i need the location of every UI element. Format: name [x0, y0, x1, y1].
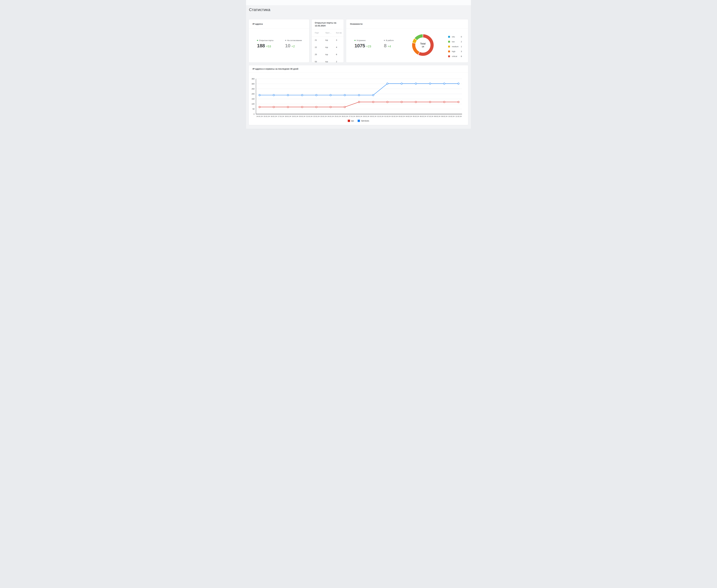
svg-text:250: 250	[252, 88, 255, 90]
open-ports-stat-label: Открытые порты	[257, 39, 274, 41]
svg-text:11.02.24: 11.02.24	[455, 115, 462, 117]
column-header-count: Кол-во	[336, 32, 342, 34]
svg-text:20.01.24: 20.01.24	[299, 115, 305, 117]
medium-swatch-icon	[448, 46, 450, 47]
vulnerabilities-card: Уязвимости Устранено 1075 +23	[346, 19, 468, 63]
svg-text:18.01.24: 18.01.24	[285, 115, 291, 117]
statistics-page: Статистика IP-адреса Открытые порты 188 …	[246, 0, 471, 131]
svg-text:30.01.24: 30.01.24	[370, 115, 376, 117]
table-row: 25 tcp 6	[312, 51, 344, 58]
high-swatch-icon	[448, 50, 450, 52]
legend-item-info[interactable]: info 0	[448, 34, 462, 39]
trend-chart-card-header: IP-адреса и сервисы за последние 30 дней	[249, 65, 468, 72]
low-swatch-icon	[448, 41, 450, 43]
vulnerabilities-card-header: Уязвимости	[346, 19, 468, 29]
page-bottom-strip	[246, 129, 471, 131]
svg-text:08.02.24: 08.02.24	[434, 115, 440, 117]
ip-card-body: Открытые порты 188 +53 На согласовании 1…	[249, 29, 309, 63]
line-chart: 05010015020025030035014.01.2415.01.2416.…	[249, 72, 467, 118]
svg-text:0: 0	[254, 113, 255, 115]
fixed-stat: Устранено 1075 +23	[354, 39, 371, 48]
critical-swatch-icon	[448, 56, 450, 57]
pending-approval-stat-label: На согласовании	[285, 39, 302, 41]
column-header-port: Порт	[315, 32, 325, 34]
trend-chart-title: IP-адреса и сервисы за последние 30 дней	[253, 67, 299, 70]
line-chart-legend: Ips Services	[249, 120, 468, 122]
fixed-delta: +23	[366, 45, 371, 48]
donut-center-label: Total 14	[412, 34, 434, 56]
open-ports-table: Порт Прот… Кол-во 21 tcp 3 22 tcp 4 25 t…	[312, 29, 344, 63]
in-progress-delta: +4	[388, 45, 391, 48]
legend-item-high[interactable]: high 3	[448, 49, 462, 54]
info-swatch-icon	[448, 36, 450, 38]
svg-text:14.01.24: 14.01.24	[256, 115, 263, 117]
svg-text:07.02.24: 07.02.24	[427, 115, 433, 117]
open-ports-value: 188	[257, 43, 265, 48]
trend-chart-card: IP-адреса и сервисы за последние 30 дней…	[249, 65, 468, 125]
svg-text:21.01.24: 21.01.24	[306, 115, 312, 117]
svg-text:06.02.24: 06.02.24	[420, 115, 426, 117]
svg-text:29.01.24: 29.01.24	[363, 115, 369, 117]
ip-card-header: IP-адреса	[249, 19, 309, 29]
svg-text:100: 100	[252, 103, 255, 105]
trend-chart-body: 05010015020025030035014.01.2415.01.2416.…	[249, 72, 468, 122]
fixed-value: 1075	[354, 43, 365, 48]
svg-text:16.01.24: 16.01.24	[270, 115, 277, 117]
svg-text:09.02.24: 09.02.24	[441, 115, 448, 117]
svg-text:200: 200	[252, 93, 255, 95]
green-dot-icon	[354, 40, 355, 41]
gray-dot-icon	[384, 40, 385, 41]
pending-approval-value: 10	[285, 43, 290, 48]
in-progress-stat-label: В работе	[384, 39, 394, 41]
open-ports-stat: Открытые порты 188 +53	[257, 39, 274, 48]
green-dot-icon	[257, 40, 258, 41]
summary-cards-row: IP-адреса Открытые порты 188 +53	[249, 19, 468, 63]
open-ports-delta: +53	[266, 45, 271, 48]
svg-text:26.01.24: 26.01.24	[342, 115, 348, 117]
svg-text:31.01.24: 31.01.24	[377, 115, 384, 117]
svg-text:15.01.24: 15.01.24	[263, 115, 270, 117]
svg-text:10.02.24: 10.02.24	[448, 115, 455, 117]
services-swatch-icon	[357, 120, 360, 122]
svg-text:27.01.24: 27.01.24	[349, 115, 355, 117]
svg-text:01.02.24: 01.02.24	[384, 115, 391, 117]
legend-item-low[interactable]: low 2	[448, 39, 462, 44]
svg-text:25.01.24: 25.01.24	[334, 115, 341, 117]
table-row: 22 tcp 4	[312, 44, 344, 51]
gray-dot-icon	[285, 40, 286, 41]
severity-legend: info 0 low 2 medium 1 h	[448, 34, 462, 59]
svg-text:19.01.24: 19.01.24	[292, 115, 298, 117]
open-ports-table-header: Порт Прот… Кол-во	[312, 29, 344, 37]
svg-text:22.01.24: 22.01.24	[313, 115, 320, 117]
legend-item-medium[interactable]: medium 1	[448, 44, 462, 49]
page-title: Статистика	[249, 7, 270, 12]
severity-donut-chart: Total 14	[412, 34, 434, 56]
legend-item-services[interactable]: Services	[357, 120, 369, 122]
open-ports-card-title: Открытые порты на 12.02.2024	[315, 21, 341, 27]
ips-swatch-icon	[348, 120, 350, 122]
table-row: 53 tcp 2	[312, 58, 344, 63]
svg-text:23.01.24: 23.01.24	[320, 115, 327, 117]
page-top-strip	[246, 0, 471, 5]
legend-item-critical[interactable]: critical 8	[448, 54, 462, 59]
donut-total-value: 14	[422, 45, 424, 48]
table-row: 21 tcp 3	[312, 37, 344, 44]
svg-text:150: 150	[252, 98, 255, 100]
svg-text:05.02.24: 05.02.24	[413, 115, 419, 117]
svg-text:17.01.24: 17.01.24	[278, 115, 284, 117]
vulnerabilities-card-title: Уязвимости	[350, 23, 363, 25]
open-ports-card: Открытые порты на 12.02.2024 Порт Прот… …	[311, 19, 344, 63]
vulnerabilities-card-body: Устранено 1075 +23 В работе 8 +4	[346, 29, 468, 63]
svg-text:28.01.24: 28.01.24	[356, 115, 362, 117]
svg-text:24.01.24: 24.01.24	[327, 115, 334, 117]
svg-text:02.02.24: 02.02.24	[391, 115, 398, 117]
in-progress-stat: В работе 8 +4	[384, 39, 394, 48]
open-ports-card-header: Открытые порты на 12.02.2024	[312, 19, 344, 29]
fixed-stat-label: Устранено	[354, 39, 371, 41]
pending-approval-delta: +2	[291, 45, 295, 48]
legend-item-ips[interactable]: Ips	[348, 120, 354, 122]
ip-addresses-card: IP-адреса Открытые порты 188 +53	[249, 19, 309, 63]
column-header-protocol: Прот…	[325, 32, 336, 34]
svg-text:50: 50	[253, 108, 255, 110]
pending-approval-stat: На согласовании 10 +2	[285, 39, 302, 48]
